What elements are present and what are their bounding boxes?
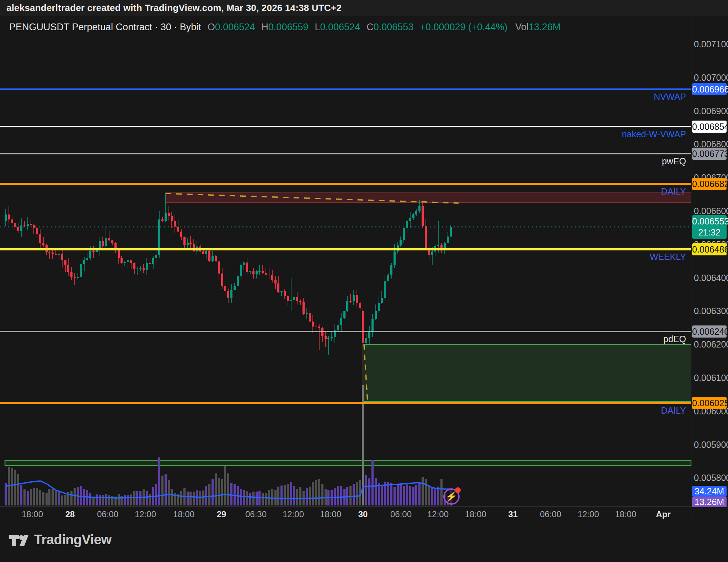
candle-body: [36, 228, 38, 234]
time-axis-tick: 12:00: [283, 509, 304, 519]
candle-body: [161, 219, 164, 221]
candle-body: [325, 336, 327, 339]
candle-body: [293, 297, 295, 300]
candle-body: [437, 245, 439, 246]
volume-bar: [146, 491, 148, 505]
candle-body: [230, 290, 232, 298]
volume-bar: [394, 487, 396, 505]
volume-bar: [312, 482, 314, 505]
candle-body: [11, 219, 13, 223]
candle-body: [168, 213, 170, 216]
level-label-pdEQ: pdEQ: [663, 334, 686, 344]
attribution-bar: aleksanderltrader created with TradingVi…: [0, 0, 728, 16]
candle-body: [67, 265, 69, 272]
volume-bar: [290, 482, 292, 505]
candle-body: [30, 224, 32, 225]
volume-bar: [102, 495, 104, 505]
candle-body: [425, 226, 427, 248]
volume-bar: [262, 493, 264, 505]
candle-body: [218, 261, 220, 274]
candle-body: [174, 221, 176, 227]
candle-body: [70, 272, 73, 277]
price-axis-tick: 0.006100: [694, 373, 726, 383]
candle-body: [343, 311, 346, 318]
volume-bar: [158, 457, 160, 505]
change-value: +0.000029 (+0.44%): [420, 22, 507, 33]
demand-zone[interactable]: [363, 345, 691, 402]
candle-body: [48, 252, 50, 253]
supply-zone[interactable]: [166, 193, 691, 202]
time-axis-tick: 06:30: [245, 509, 267, 519]
candle-body: [243, 263, 245, 265]
volume-bar: [353, 484, 355, 505]
volume-bar: [11, 468, 13, 505]
volume-bar: [397, 484, 399, 505]
candle-body: [375, 311, 377, 319]
candle-body: [146, 263, 148, 270]
candle-body: [265, 273, 267, 275]
volume-bar: [309, 487, 311, 505]
lower-green-band[interactable]: [5, 461, 691, 466]
candle-body: [20, 226, 22, 231]
close-value: 0.006553: [374, 22, 414, 33]
volume-value: 13.26M: [529, 22, 561, 33]
candle-body: [202, 251, 204, 254]
candle-body: [387, 275, 389, 281]
candle-body: [312, 322, 314, 327]
level-label-NVWAP: NVWAP: [654, 92, 686, 102]
candle-body: [92, 251, 95, 252]
current-price-value: 0.006553: [692, 216, 727, 227]
volume-bar: [258, 491, 261, 505]
volume-bar: [46, 493, 48, 505]
volume-bar: [215, 473, 217, 505]
candle-body: [118, 250, 120, 258]
volume-bar: [86, 490, 88, 505]
volume-bar: [287, 484, 289, 505]
volume-bar: [415, 485, 417, 505]
volume-bar: [400, 483, 402, 505]
volume-bar: [428, 485, 430, 505]
volume-bar: [14, 470, 16, 505]
volume-bar: [127, 495, 129, 505]
volume-bar: [89, 493, 91, 505]
level-label-DAILY-lower: DAILY: [661, 405, 686, 416]
volume-bar: [52, 489, 54, 505]
candle-body: [58, 254, 60, 255]
volume-bar: [99, 495, 101, 505]
volume-bar: [208, 484, 210, 505]
tradingview-logo[interactable]: TradingView: [9, 532, 112, 547]
candle-body: [268, 275, 270, 275]
time-axis-tick: 18:00: [320, 509, 341, 519]
volume-bar: [30, 489, 32, 505]
volume-bar: [381, 486, 383, 505]
volume-bar: [431, 487, 433, 505]
flash-ideas-button[interactable]: ⚡: [443, 488, 460, 505]
volume-bar: [284, 485, 286, 505]
time-axis-tick: 18:00: [465, 509, 486, 519]
candle-body: [274, 280, 277, 283]
level-label-WEEKLY: WEEKLY: [650, 252, 686, 262]
candle-body: [74, 277, 76, 278]
candle-body: [234, 286, 236, 290]
symbol-title[interactable]: PENGUUSDT Perpetual Contract · 30 · Bybi…: [9, 22, 201, 33]
volume-bar: [390, 483, 392, 505]
time-axis-tick: 06:00: [97, 509, 118, 519]
volume-bar: [61, 495, 63, 505]
level-label-naked-W-VWAP: naked-W-VWAP: [622, 129, 686, 139]
attribution-text: aleksanderltrader created with TradingVi…: [6, 2, 342, 14]
candle-body: [5, 214, 7, 221]
volume-bar: [64, 495, 66, 505]
volume-bar: [277, 487, 279, 505]
volume-bar: [20, 485, 22, 505]
candle-body: [183, 237, 186, 245]
volume-bar: [171, 489, 173, 505]
volume-bar: [349, 486, 352, 505]
volume-bar: [365, 475, 367, 505]
candle-body: [33, 225, 35, 228]
candle-body: [189, 243, 192, 244]
chart-canvas[interactable]: [0, 0, 728, 562]
volume-label: Vol: [515, 22, 529, 33]
time-axis-tick: 29: [217, 509, 226, 519]
volume-bar: [36, 488, 38, 505]
volume-bar: [139, 491, 141, 505]
